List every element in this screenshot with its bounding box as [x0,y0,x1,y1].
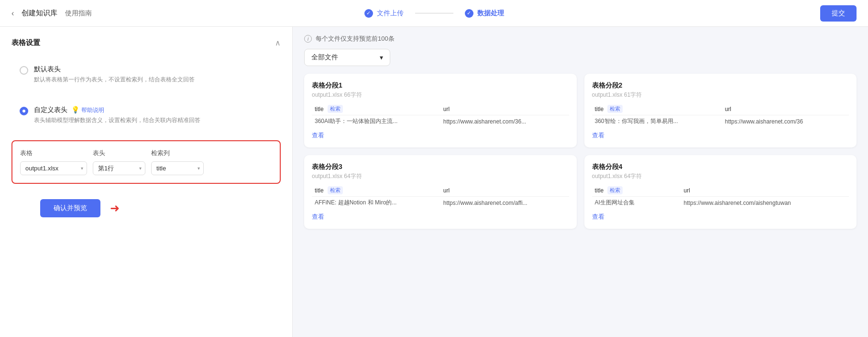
arrow-indicator-icon: ➜ [110,202,120,215]
table-row: AFFiNE: 超越Notion 和 Miro的... https://www.… [312,197,569,209]
seg2-row-title: 360智绘：你写我画，简单易用... [592,115,722,128]
preview-info-text: 每个文件仅支持预览前100条 [316,34,395,43]
step1-label: 文件上传 [377,9,404,18]
option-default-content: 默认表头 默认将表格第一行作为表头，不设置检索列，结合表格全文回答 [34,65,195,84]
guide-link[interactable]: 使用指南 [65,9,92,18]
preview-info: i 每个文件仅支持预览前100条 [304,34,857,43]
info-icon: i [304,35,312,43]
segment-card-1-header: 表格分段1 output1.xlsx 66字符 [312,81,569,99]
section-header: 表格设置 ∧ [11,38,281,47]
segment-1-name: 表格分段1 [312,81,569,90]
step2-label: 数据处理 [477,9,504,18]
help-link[interactable]: 帮助说明 [81,107,104,113]
segment-1-table: title 检索 url 360AI助手：一站体验国内主流... https:/… [312,103,569,127]
back-button[interactable]: ‹ [11,9,14,18]
table-row: 360智绘：你写我画，简单易用... https://www.aisharene… [592,115,849,128]
radio-custom[interactable] [20,107,28,115]
search-col-label: 检索列 [151,149,204,157]
segment-card-3: 表格分段3 output1.xlsx 64字符 title 检索 [304,155,577,229]
header-select[interactable]: 第1行 [93,161,145,175]
seg4-search-badge: 检索 [607,186,623,194]
seg1-row-title: 360AI助手：一站体验国内主流... [312,115,440,128]
seg1-search-badge: 检索 [328,105,343,113]
main-layout: 表格设置 ∧ 默认表头 默认将表格第一行作为表头，不设置检索列，结合表格全文回答… [0,27,868,337]
confirm-preview-button[interactable]: 确认并预览 [40,199,100,217]
option-custom-header[interactable]: 自定义表头 💡 帮助说明 表头辅助模型理解数据含义，设置检索列，结合关联内容精准… [11,98,281,133]
left-panel: 表格设置 ∧ 默认表头 默认将表格第一行作为表头，不设置检索列，结合表格全文回答… [0,27,293,337]
header-col-label: 表头 [93,149,145,157]
table-col-table: 表格 output1.xlsx ▾ [20,149,87,175]
step2-check: ✓ [465,9,473,18]
page-title: 创建知识库 [22,9,57,18]
search-select-wrapper: title ▾ [151,161,204,175]
seg3-search-badge: 检索 [328,186,343,194]
segment-4-table: title 检索 url AI生图网址合集 https://www.aishar… [592,184,849,209]
table-col-header: 表头 第1行 ▾ [93,149,145,175]
section-title: 表格设置 [11,38,40,47]
file-select-wrapper: 全部文件 ▾ [304,49,857,66]
option-custom-content: 自定义表头 💡 帮助说明 表头辅助模型理解数据含义，设置检索列，结合关联内容精准… [34,106,200,124]
segment-4-meta: output1.xlsx 64字符 [592,172,849,180]
submit-button[interactable]: 提交 [820,5,857,22]
seg4-th-url: url [681,184,849,197]
seg4-th-title: title 检索 [592,184,681,197]
seg3-th-title: title 检索 [312,184,440,197]
segment-card-4: 表格分段4 output1.xlsx 64字符 title 检索 [584,155,857,229]
segment-2-meta: output1.xlsx 61字符 [592,91,849,99]
stepper: ✓ 文件上传 ✓ 数据处理 [364,9,504,18]
table-settings-box: 表格 output1.xlsx ▾ 表头 第1行 [11,140,281,184]
segment-4-name: 表格分段4 [592,163,849,171]
table-col-search: 检索列 title ▾ [151,149,204,175]
segment-card-4-header: 表格分段4 output1.xlsx 64字符 [592,163,849,180]
segment-card-1: 表格分段1 output1.xlsx 66字符 title 检索 [304,74,577,147]
option-default-title: 默认表头 [34,65,195,74]
step-line [415,13,453,13]
seg3-row-title: AFFiNE: 超越Notion 和 Miro的... [312,197,440,209]
header-select-wrapper: 第1行 ▾ [93,161,145,175]
seg2-row-url: https://www.aisharenet.com/36 [722,115,849,128]
seg3-view-link[interactable]: 查看 [312,213,324,220]
step-2: ✓ 数据处理 [465,9,504,18]
seg2-th-url: url [722,103,849,115]
segment-2-table: title 检索 url 360智绘：你写我画，简单易用... https://… [592,103,849,127]
top-header: ‹ 创建知识库 使用指南 ✓ 文件上传 ✓ 数据处理 提交 [0,0,868,27]
right-panel: i 每个文件仅支持预览前100条 全部文件 ▾ 表格分段1 output1.xl… [293,27,868,337]
option-custom-desc: 表头辅助模型理解数据含义，设置检索列，结合关联内容精准回答 [34,116,200,124]
seg2-view-link[interactable]: 查看 [592,132,604,139]
segments-grid: 表格分段1 output1.xlsx 66字符 title 检索 [304,74,857,229]
confirm-area: 确认并预览 ➜ [11,199,281,217]
seg1-th-url: url [440,103,569,115]
seg4-row-title: AI生图网址合集 [592,197,681,209]
seg3-row-url: https://www.aisharenet.com/affi... [440,197,569,209]
seg1-th-title: title 检索 [312,103,440,115]
option-custom-title: 自定义表头 💡 帮助说明 [34,106,200,114]
file-dropdown-label: 全部文件 [311,53,338,62]
step-1: ✓ 文件上传 [364,9,404,18]
segment-3-name: 表格分段3 [312,163,569,171]
file-dropdown[interactable]: 全部文件 ▾ [304,49,390,66]
table-select[interactable]: output1.xlsx [20,161,87,175]
option-default-header[interactable]: 默认表头 默认将表格第一行作为表头，不设置检索列，结合表格全文回答 [11,57,281,92]
seg1-view-link[interactable]: 查看 [312,132,324,139]
segment-1-meta: output1.xlsx 66字符 [312,91,569,99]
file-dropdown-chevron-icon: ▾ [380,54,383,61]
seg2-search-badge: 检索 [607,105,623,113]
segment-card-2-header: 表格分段2 output1.xlsx 61字符 [592,81,849,99]
step1-check: ✓ [364,9,373,18]
seg4-view-link[interactable]: 查看 [592,213,604,220]
segment-card-3-header: 表格分段3 output1.xlsx 64字符 [312,163,569,180]
table-row: 360AI助手：一站体验国内主流... https://www.aisharen… [312,115,569,128]
seg3-th-url: url [440,184,569,197]
option-default-desc: 默认将表格第一行作为表头，不设置检索列，结合表格全文回答 [34,76,195,84]
radio-default[interactable] [20,66,28,75]
table-select-wrapper: output1.xlsx ▾ [20,161,87,175]
segment-3-meta: output1.xlsx 64字符 [312,172,569,180]
table-col-label: 表格 [20,149,87,157]
seg2-th-title: title 检索 [592,103,722,115]
table-settings-row: 表格 output1.xlsx ▾ 表头 第1行 [20,149,272,175]
segment-3-table: title 检索 url AFFiNE: 超越Notion 和 Miro的...… [312,184,569,209]
seg4-row-url: https://www.aisharenet.com/aishengtuwan [681,197,849,209]
collapse-button[interactable]: ∧ [275,38,281,47]
segment-2-name: 表格分段2 [592,81,849,90]
search-select[interactable]: title [151,161,204,175]
